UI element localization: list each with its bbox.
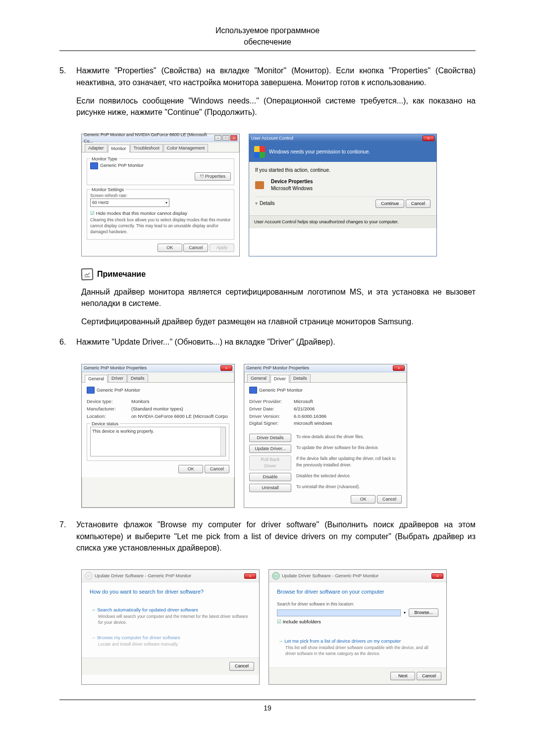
browse-lead: Browse my computer for driver software [91, 634, 250, 641]
browse-sub: Locate and install driver software manua… [98, 641, 250, 647]
step-6-paragraph: Нажмите "Update Driver..." (Обновить...)… [76, 336, 476, 348]
monitor-type-legend: Monitor Type [90, 156, 119, 162]
search-auto-lead: Search automatically for updated driver … [91, 606, 250, 613]
browse-computer-option[interactable]: Browse my computer for driver software L… [90, 631, 251, 651]
chevron-down-icon[interactable]: ▾ [255, 200, 258, 207]
driver-monitor-name: Generic PnP Monitor [259, 387, 303, 393]
continue-button[interactable]: Continue [375, 200, 404, 208]
cancel-button[interactable]: Cancel [205, 465, 229, 473]
note-paragraph-2: Сертифицированный драйвер будет размещен… [81, 316, 476, 327]
close-icon[interactable]: × [230, 135, 237, 141]
search-automatically-option[interactable]: Search automatically for updated driver … [90, 603, 251, 629]
driver-details-button[interactable]: Driver Details [249, 434, 291, 442]
uac-title-text: User Account Control [251, 135, 293, 142]
wizard-heading: How do you want to search for driver sof… [82, 582, 259, 599]
uac-banner-text: Windows needs your permission to contion… [269, 149, 370, 156]
monitor-settings-legend: Monitor Settings [90, 187, 125, 193]
cancel-button[interactable]: Cancel [229, 662, 254, 670]
next-button[interactable]: Next [390, 672, 415, 680]
update-driver-desc: To update the driver software for this d… [296, 445, 402, 451]
scrollbar[interactable] [220, 427, 225, 456]
chevron-down-icon[interactable]: ▾ [404, 610, 406, 616]
general-dialog-title: Generic PnP Monitor Properties [84, 365, 147, 371]
search-location-label: Search for driver software in this locat… [277, 601, 438, 607]
step-6-number: 6. [59, 336, 76, 354]
minimize-icon[interactable]: – [214, 135, 221, 141]
hide-modes-checkbox[interactable]: Hide modes that this monitor cannot disp… [90, 210, 231, 217]
step-7-number: 7. [59, 519, 76, 560]
uac-details-link[interactable]: Details [260, 200, 275, 207]
ok-button[interactable]: OK [178, 465, 203, 473]
driver-dialog-title: Generic PnP Monitor Properties [246, 365, 309, 371]
back-icon[interactable]: ← [272, 572, 280, 580]
tab-general[interactable]: General [247, 374, 270, 382]
maximize-icon[interactable]: □ [222, 135, 229, 141]
close-icon[interactable]: × [244, 573, 256, 579]
disable-button[interactable]: Disable [249, 473, 291, 481]
uac-device-properties: Device Properties [271, 178, 313, 186]
tab-adapter[interactable]: Adapter [85, 144, 107, 152]
header-rule [59, 50, 476, 51]
cancel-button[interactable]: Cancel [417, 672, 441, 680]
cancel-button[interactable]: Cancel [183, 244, 208, 252]
tab-monitor[interactable]: Monitor [108, 145, 130, 152]
page-number: 19 [59, 703, 476, 713]
uac-footer-text: User Account Control helps stop unauthor… [249, 215, 436, 228]
let-me-pick-sub: This list will show installed driver sof… [285, 645, 437, 657]
disable-desc: Disables the selected device. [296, 473, 402, 479]
step-5-paragraph-2: Если появилось сообщение "Windows needs.… [76, 95, 476, 118]
refresh-rate-value: 60 Hertz [92, 200, 109, 206]
update-driver-button[interactable]: Update Driver... [249, 445, 291, 453]
location-input[interactable] [277, 609, 401, 616]
tab-general[interactable]: General [85, 375, 107, 383]
tab-driver[interactable]: Driver [270, 375, 289, 383]
browse-button[interactable]: Browse... [409, 608, 438, 617]
roll-back-driver-button[interactable]: Roll Back Driver [249, 455, 291, 470]
uac-if-started: If you started this action, continue. [255, 167, 430, 174]
let-me-pick-option[interactable]: Let me pick from a list of device driver… [277, 634, 438, 660]
let-me-pick-lead: Let me pick from a list of device driver… [278, 638, 437, 645]
driver-properties-dialog: Generic PnP Monitor Properties × General… [244, 364, 407, 508]
tab-troubleshoot[interactable]: Troubleshoot [130, 144, 163, 152]
include-subfolders-checkbox[interactable]: Include subfolders [277, 618, 438, 625]
tab-color-management[interactable]: Color Management [163, 144, 209, 152]
search-auto-sub: Windows will search your computer and th… [98, 613, 250, 626]
general-properties-dialog: Generic PnP Monitor Properties × General… [81, 364, 235, 508]
location-value: on NVIDIA GeForce 6600 LE (Microsoft Cor… [131, 413, 228, 420]
back-icon[interactable]: ← [85, 572, 93, 580]
monitor-name-label: Generic PnP Monitor [100, 162, 144, 168]
manufacturer-label: Manufacturer: [87, 405, 126, 412]
tab-details[interactable]: Details [290, 374, 311, 382]
note-icon [81, 268, 94, 280]
roll-back-driver-desc: If the device fails after updating the d… [296, 455, 402, 468]
driver-version-label: Driver Version: [249, 413, 289, 420]
tab-details[interactable]: Details [127, 374, 148, 382]
driver-details-desc: To view details about the driver files. [296, 434, 402, 440]
close-icon[interactable]: × [220, 365, 232, 371]
manufacturer-value: (Standard monitor types) [131, 405, 183, 412]
general-monitor-name: Generic PnP Monitor [97, 387, 140, 393]
properties-button[interactable]: Properties [195, 172, 231, 181]
refresh-rate-select[interactable]: 60 Hertz ▾ [90, 199, 169, 207]
search-driver-wizard: ← Update Driver Software - Generic PnP M… [81, 569, 260, 685]
close-icon[interactable]: × [431, 573, 443, 579]
monitor-properties-dialog: Generic PnP Monitor and NVIDIA GeForce 6… [81, 134, 240, 256]
close-icon[interactable]: × [393, 365, 405, 371]
tab-driver[interactable]: Driver [108, 374, 127, 382]
driver-provider-value: Microsoft [294, 398, 313, 405]
ok-button[interactable]: OK [158, 244, 182, 252]
running-header-line2: обеспечение [59, 36, 476, 48]
device-type-value: Monitors [131, 398, 149, 405]
ok-button[interactable]: OK [351, 495, 375, 504]
apply-button[interactable]: Apply [210, 244, 234, 252]
cancel-button[interactable]: Cancel [406, 200, 430, 208]
close-icon[interactable]: × [423, 136, 434, 141]
chevron-down-icon: ▾ [165, 200, 167, 206]
driver-provider-label: Driver Provider: [249, 398, 289, 405]
cancel-button[interactable]: Cancel [377, 495, 402, 504]
hide-modes-description: Clearing this check box allows you to se… [90, 217, 231, 235]
driver-date-value: 6/21/2006 [294, 405, 315, 412]
uninstall-button[interactable]: Uninstall [249, 484, 291, 492]
monitor-dialog-title: Generic PnP Monitor and NVIDIA GeForce 6… [84, 132, 214, 145]
uac-microsoft-windows: Microsoft Windows [271, 185, 313, 193]
